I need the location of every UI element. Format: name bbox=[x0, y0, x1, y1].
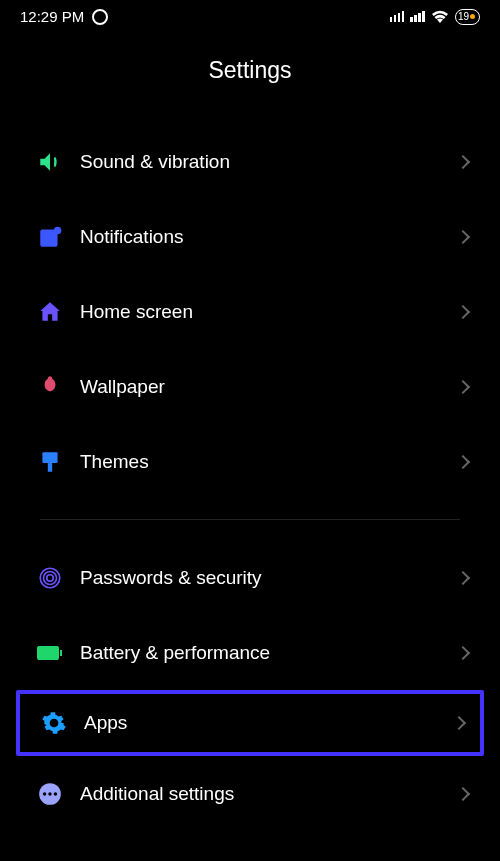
settings-list: Sound & vibration Notifications Home scr… bbox=[0, 124, 500, 831]
battery-icon bbox=[20, 644, 80, 662]
divider bbox=[40, 519, 460, 520]
item-themes[interactable]: Themes bbox=[20, 424, 480, 499]
gear-icon bbox=[24, 710, 84, 736]
item-label: Notifications bbox=[80, 226, 458, 248]
highlight-apps: Apps bbox=[16, 690, 484, 756]
item-label: Sound & vibration bbox=[80, 151, 458, 173]
brush-icon bbox=[20, 449, 80, 475]
signal-icon-1 bbox=[390, 11, 405, 22]
chevron-right-icon bbox=[456, 304, 470, 318]
assistant-icon bbox=[92, 9, 108, 25]
notification-icon bbox=[20, 224, 80, 250]
item-wallpaper[interactable]: Wallpaper bbox=[20, 349, 480, 424]
item-notifications[interactable]: Notifications bbox=[20, 199, 480, 274]
speaker-icon bbox=[20, 149, 80, 175]
chevron-right-icon bbox=[456, 154, 470, 168]
home-icon bbox=[20, 299, 80, 325]
svg-point-11 bbox=[48, 792, 51, 795]
svg-rect-3 bbox=[48, 463, 52, 472]
svg-rect-2 bbox=[42, 452, 57, 463]
item-additional-settings[interactable]: Additional settings bbox=[20, 756, 480, 831]
item-label: Passwords & security bbox=[80, 567, 458, 589]
chevron-right-icon bbox=[456, 570, 470, 584]
status-bar: 12:29 PM 19 bbox=[0, 0, 500, 27]
item-label: Apps bbox=[84, 712, 454, 734]
signal-icon-2 bbox=[410, 11, 425, 22]
item-label: Home screen bbox=[80, 301, 458, 323]
item-battery-performance[interactable]: Battery & performance bbox=[20, 615, 480, 690]
item-label: Battery & performance bbox=[80, 642, 458, 664]
fingerprint-icon bbox=[20, 565, 80, 591]
item-apps[interactable]: Apps bbox=[24, 694, 476, 752]
item-passwords-security[interactable]: Passwords & security bbox=[20, 540, 480, 615]
page-title: Settings bbox=[0, 27, 500, 124]
svg-point-12 bbox=[54, 792, 57, 795]
svg-point-5 bbox=[44, 571, 57, 584]
status-time: 12:29 PM bbox=[20, 8, 84, 25]
flower-icon bbox=[20, 374, 80, 400]
item-home-screen[interactable]: Home screen bbox=[20, 274, 480, 349]
svg-point-1 bbox=[54, 226, 62, 234]
item-label: Wallpaper bbox=[80, 376, 458, 398]
chevron-right-icon bbox=[456, 645, 470, 659]
chevron-right-icon bbox=[452, 716, 466, 730]
wifi-icon bbox=[431, 10, 449, 24]
item-label: Themes bbox=[80, 451, 458, 473]
ellipsis-icon bbox=[20, 781, 80, 807]
svg-rect-7 bbox=[37, 646, 59, 660]
svg-point-6 bbox=[47, 574, 54, 581]
chevron-right-icon bbox=[456, 786, 470, 800]
battery-percent: 19 bbox=[458, 11, 469, 22]
item-label: Additional settings bbox=[80, 783, 458, 805]
status-left: 12:29 PM bbox=[20, 8, 108, 25]
chevron-right-icon bbox=[456, 454, 470, 468]
chevron-right-icon bbox=[456, 379, 470, 393]
item-sound-vibration[interactable]: Sound & vibration bbox=[20, 124, 480, 199]
status-right: 19 bbox=[390, 9, 480, 25]
battery-icon: 19 bbox=[455, 9, 480, 25]
chevron-right-icon bbox=[456, 229, 470, 243]
svg-rect-8 bbox=[60, 650, 62, 656]
svg-point-10 bbox=[43, 792, 46, 795]
